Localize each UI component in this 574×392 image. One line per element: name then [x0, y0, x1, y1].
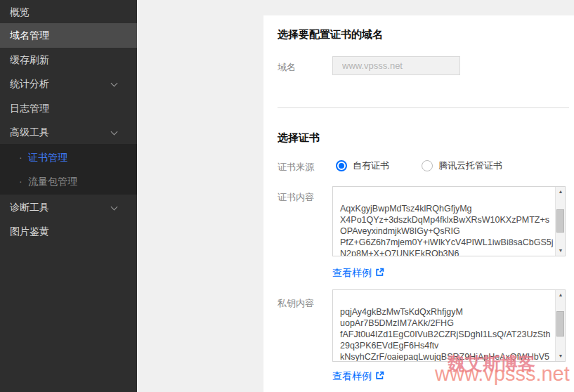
scroll-down-arrow[interactable]: ▼ [556, 351, 566, 361]
view-sample-label: 查看样例 [332, 370, 372, 383]
radio-hosted-cert-label[interactable]: 腾讯云托管证书 [438, 159, 502, 172]
radio-own-cert[interactable] [336, 160, 347, 171]
sidebar-item-cache-refresh[interactable]: 缓存刷新 [0, 48, 137, 72]
view-sample-label: 查看样例 [332, 267, 372, 280]
cert-content-text: AqxKgyjBwpMdTsz4klRQhGfjyMgX4Po1QYz+3dsz… [333, 187, 554, 256]
sidebar-item-statistics[interactable]: 统计分析 [0, 72, 137, 96]
sidebar-item-overview[interactable]: 概览 [0, 0, 137, 24]
section-title-domain: 选择要配置证书的域名 [278, 28, 383, 41]
sidebar-item-label: 诊断工具 [10, 202, 49, 213]
cert-content-label: 证书内容 [278, 191, 314, 204]
sidebar-item-image-moderation[interactable]: 图片鉴黄 [0, 219, 137, 243]
external-link-icon [375, 371, 384, 382]
section-divider [278, 107, 569, 108]
sidebar-subitem-label: 证书管理 [28, 152, 67, 163]
cert-content-textarea[interactable]: AqxKgyjBwpMdTsz4klRQhGfjyMgX4Po1QYz+3dsz… [332, 186, 566, 256]
chevron-down-icon [111, 204, 118, 211]
app-root: 概览 域名管理 缓存刷新 统计分析 日志管理 高级工具 · 证书管理 · 流量包… [0, 0, 574, 392]
scroll-up-arrow[interactable]: ▲ [556, 187, 566, 197]
cert-source-radio-group: 自有证书 腾讯云托管证书 [336, 159, 502, 172]
bullet-icon: · [19, 169, 22, 193]
section-title-certificate: 选择证书 [278, 131, 320, 145]
sidebar-subitem-traffic-package[interactable]: · 流量包管理 [0, 169, 137, 193]
cert-visible-text: X4Po1QYz+3dszkDqMp4fklxBwXRsW10KXzPMTZ+s… [340, 215, 554, 256]
cert-textarea-scrollbar[interactable]: ▲ ▼ [555, 187, 565, 256]
sidebar-subitem-label: 流量包管理 [28, 176, 77, 187]
radio-hosted-cert[interactable] [422, 160, 433, 171]
radio-own-cert-label[interactable]: 自有证书 [353, 159, 389, 172]
key-visible-text: uopAr7B5DMzIM7AKk/2FHG fAFJt0u4IZd1EgC0I… [340, 318, 550, 361]
certificate-config-panel: 选择要配置证书的域名 域名 选择证书 证书来源 自有证书 腾讯云托管证书 证书内… [263, 15, 574, 392]
scrollbar-thumb[interactable] [556, 209, 564, 233]
cert-clipped-line: AqxKgyjBwpMdTsz4klRQhGfjyMg [340, 203, 554, 214]
sidebar: 概览 域名管理 缓存刷新 统计分析 日志管理 高级工具 · 证书管理 · 流量包… [0, 0, 137, 392]
chevron-down-icon [111, 80, 118, 87]
view-sample-link-key[interactable]: 查看样例 [332, 370, 384, 383]
scroll-up-arrow[interactable]: ▲ [556, 290, 566, 300]
sidebar-item-label: 统计分析 [10, 78, 49, 89]
sidebar-item-log-management[interactable]: 日志管理 [0, 96, 137, 120]
advanced-tools-submenu: · 证书管理 · 流量包管理 [0, 144, 137, 195]
scroll-down-arrow[interactable]: ▼ [556, 246, 566, 256]
private-key-label: 私钥内容 [278, 297, 314, 310]
sidebar-item-domain-management[interactable]: 域名管理 [0, 23, 137, 48]
private-key-text: pqjAy4gkBzMwTsKdQxRhfjgyMuopAr7B5DMzIM7A… [333, 290, 554, 361]
view-sample-link-cert[interactable]: 查看样例 [332, 267, 384, 280]
cert-source-label: 证书来源 [278, 161, 314, 174]
key-textarea-scrollbar[interactable]: ▲ ▼ [555, 290, 565, 361]
chevron-down-icon [111, 129, 118, 136]
sidebar-item-advanced-tools[interactable]: 高级工具 [0, 120, 137, 144]
sidebar-item-diagnostic-tools[interactable]: 诊断工具 [0, 195, 137, 219]
bullet-icon: · [19, 145, 22, 169]
domain-label: 域名 [278, 61, 296, 74]
external-link-icon [375, 268, 384, 279]
sidebar-item-label: 高级工具 [10, 126, 49, 138]
sidebar-subitem-cert-management[interactable]: · 证书管理 [0, 145, 137, 169]
private-key-textarea[interactable]: pqjAy4gkBzMwTsKdQxRhfjgyMuopAr7B5DMzIM7A… [332, 289, 566, 362]
key-clipped-line: pqjAy4gkBzMwTsKdQxRhfjgyM [340, 306, 554, 318]
domain-input[interactable] [332, 56, 460, 75]
scrollbar-thumb[interactable] [556, 311, 564, 337]
